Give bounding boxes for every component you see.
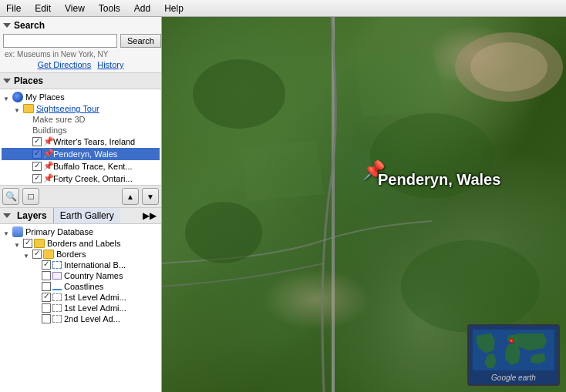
search-input[interactable] bbox=[3, 34, 117, 48]
expand-empty-6 bbox=[23, 175, 31, 183]
search-collapse-icon[interactable] bbox=[3, 23, 11, 28]
layer-coastlines[interactable]: Coastlines bbox=[2, 281, 160, 292]
db-icon bbox=[12, 226, 23, 237]
layers-tab[interactable]: Layers bbox=[11, 208, 54, 223]
places-make-sure-3d: Make sure 3D bbox=[2, 114, 160, 125]
tab-right-arrow[interactable]: ▶▶ bbox=[138, 208, 161, 223]
checkbox-admin-1b[interactable] bbox=[42, 303, 51, 313]
pin-icon-buffalo bbox=[43, 161, 51, 172]
menu-view[interactable]: View bbox=[62, 2, 88, 15]
layer-admin-2[interactable]: 2nd Level Ad... bbox=[2, 313, 160, 324]
checkbox-admin-1a[interactable] bbox=[42, 293, 51, 302]
menu-file[interactable]: File bbox=[3, 2, 24, 15]
expand-borders-labels[interactable] bbox=[14, 240, 22, 247]
coastlines-icon bbox=[52, 283, 62, 290]
layers-section: Layers Earth Gallery ▶▶ Primary Database… bbox=[0, 208, 161, 392]
buffalo-label: Buffalo Trace, Kent... bbox=[53, 162, 133, 171]
zoom-to-button[interactable]: 🔍 bbox=[2, 188, 19, 205]
places-writers-tears[interactable]: Writer's Tears, Ireland bbox=[2, 136, 160, 148]
menu-edit[interactable]: Edit bbox=[32, 2, 54, 15]
map-panel[interactable]: 📌 Penderyn, Wales bbox=[162, 17, 566, 392]
buildings-label: Buildings bbox=[32, 126, 67, 135]
search-links: Get Directions History bbox=[3, 60, 158, 69]
admin-1a-label: 1st Level Admi... bbox=[64, 293, 126, 302]
expand-empty-2 bbox=[23, 126, 31, 134]
layers-collapse-icon[interactable] bbox=[3, 213, 11, 218]
layer-international-borders[interactable]: International B... bbox=[2, 260, 160, 270]
layer-borders[interactable]: Borders bbox=[2, 249, 160, 260]
places-title: Places bbox=[14, 75, 43, 86]
world-map-svg bbox=[473, 330, 554, 370]
layer-borders-labels[interactable]: Borders and Labels bbox=[2, 238, 160, 249]
google-earth-logo: Google earth bbox=[469, 374, 558, 382]
earth-gallery-tab[interactable]: Earth Gallery bbox=[54, 208, 120, 223]
international-label: International B... bbox=[64, 260, 126, 270]
mini-globe[interactable]: Google earth bbox=[467, 324, 560, 386]
places-navigation: 🔍 □ ▲ ▼ bbox=[0, 185, 161, 207]
admin-1b-label: 1st Level Admi... bbox=[64, 303, 126, 313]
forty-creek-label: Forty Creek, Ontari... bbox=[53, 174, 133, 183]
show-in-panel-button[interactable]: □ bbox=[22, 188, 39, 205]
get-directions-link[interactable]: Get Directions bbox=[38, 60, 92, 69]
map-quarry bbox=[427, 25, 520, 86]
map-village bbox=[263, 269, 371, 330]
country-names-label: Country Names bbox=[64, 271, 123, 280]
checkbox-admin-2[interactable] bbox=[42, 314, 51, 323]
layer-primary-database[interactable]: Primary Database bbox=[2, 226, 160, 238]
places-my-places[interactable]: My Places bbox=[2, 91, 160, 103]
expand-empty-admin2 bbox=[32, 315, 40, 323]
checkbox-writers-tears[interactable] bbox=[32, 137, 42, 146]
admin-1b-icon bbox=[52, 304, 62, 312]
checkbox-coastlines[interactable] bbox=[42, 282, 51, 291]
nav-down-button[interactable]: ▼ bbox=[142, 188, 159, 205]
globe-icon bbox=[12, 92, 23, 102]
history-link[interactable]: History bbox=[97, 60, 123, 69]
admin-2-label: 2nd Level Ad... bbox=[64, 314, 120, 323]
places-forty-creek[interactable]: Forty Creek, Ontari... bbox=[2, 173, 160, 185]
places-tree: My Places Sightseeing Tour Make sure 3D … bbox=[0, 89, 161, 185]
expand-my-places[interactable] bbox=[3, 93, 11, 101]
checkbox-buffalo[interactable] bbox=[32, 162, 42, 171]
search-hint: ex: Museums in New York, NY bbox=[3, 50, 158, 59]
search-header: Search bbox=[3, 20, 158, 31]
checkbox-borders[interactable] bbox=[32, 250, 42, 259]
places-sightseeing-tour[interactable]: Sightseeing Tour bbox=[2, 103, 160, 114]
map-road bbox=[332, 17, 335, 392]
checkbox-forty-creek[interactable] bbox=[32, 174, 42, 183]
search-button[interactable]: Search bbox=[120, 34, 161, 48]
layer-admin-1-unchecked[interactable]: 1st Level Admi... bbox=[2, 303, 160, 313]
menu-add[interactable]: Add bbox=[131, 2, 153, 15]
admin-1a-icon bbox=[52, 293, 62, 301]
checkbox-country-names[interactable] bbox=[42, 271, 51, 280]
expand-empty-coast bbox=[32, 283, 40, 290]
layers-header: Layers Earth Gallery ▶▶ bbox=[0, 208, 161, 224]
checkbox-international[interactable] bbox=[42, 260, 51, 270]
menu-bar: File Edit View Tools Add Help bbox=[0, 0, 566, 17]
make-sure-label: Make sure 3D bbox=[32, 115, 85, 124]
menu-help[interactable]: Help bbox=[161, 2, 187, 15]
checkbox-borders-labels[interactable] bbox=[23, 239, 32, 248]
borders-label: Borders bbox=[56, 250, 86, 259]
pin-icon-writers-tears bbox=[43, 136, 51, 147]
expand-primary-db[interactable] bbox=[3, 228, 11, 236]
expand-empty-4 bbox=[23, 150, 31, 158]
folder-borders-labels bbox=[34, 239, 45, 248]
nav-up-button[interactable]: ▲ bbox=[122, 188, 139, 205]
sightseeing-label[interactable]: Sightseeing Tour bbox=[36, 104, 99, 113]
mini-globe-map bbox=[473, 330, 554, 370]
places-penderyn-wales[interactable]: Penderyn, Wales bbox=[2, 148, 160, 160]
writers-tears-label: Writer's Tears, Ireland bbox=[53, 137, 135, 146]
expand-sightseeing[interactable] bbox=[14, 105, 22, 112]
menu-tools[interactable]: Tools bbox=[96, 2, 123, 15]
places-buffalo-trace[interactable]: Buffalo Trace, Kent... bbox=[2, 160, 160, 173]
expand-borders[interactable] bbox=[23, 250, 31, 258]
places-collapse-icon[interactable] bbox=[3, 79, 11, 83]
pin-icon-forty-creek bbox=[43, 173, 51, 184]
checkbox-penderyn[interactable] bbox=[32, 149, 42, 159]
expand-empty-3 bbox=[23, 138, 31, 146]
places-header: Places bbox=[0, 73, 161, 89]
intl-border-icon bbox=[52, 261, 62, 269]
primary-db-label: Primary Database bbox=[25, 227, 93, 236]
layer-admin-1-checked[interactable]: 1st Level Admi... bbox=[2, 292, 160, 303]
layer-country-names[interactable]: Country Names bbox=[2, 270, 160, 281]
